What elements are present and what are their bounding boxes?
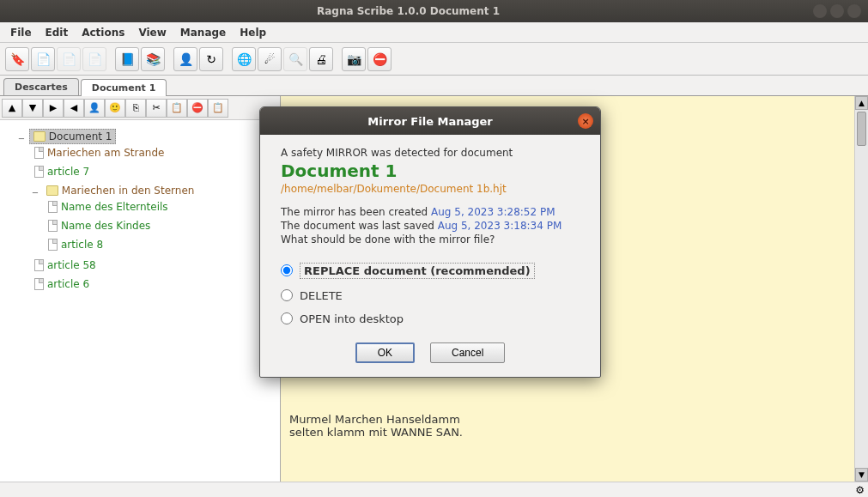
book-icon[interactable]: 📘 (115, 47, 139, 71)
dialog-close-icon[interactable]: × (578, 113, 593, 129)
scroll-thumb[interactable] (857, 112, 866, 146)
doc-icon (34, 147, 44, 159)
copy-icon[interactable]: ⎘ (125, 99, 146, 118)
nav-right-icon[interactable]: ▶ (43, 99, 64, 118)
dialog-buttons: OK Cancel (281, 342, 580, 363)
menu-actions[interactable]: Actions (75, 25, 131, 40)
ok-button[interactable]: OK (355, 342, 415, 363)
option-open[interactable]: OPEN into desktop (281, 307, 580, 330)
editor-content: Murmel Marchen Hanseldamm selten klamm m… (289, 413, 463, 439)
tab-document1[interactable]: Document 1 (81, 79, 167, 96)
mirror-dialog: Mirror File Manager × A safety MIRROR wa… (259, 106, 601, 378)
folder-icon (46, 185, 58, 196)
doc-icon (34, 259, 44, 271)
cut-icon[interactable]: ✂ (146, 99, 167, 118)
user-icon[interactable]: 👤 (173, 47, 197, 71)
menu-view[interactable]: View (131, 25, 173, 40)
dialog-titlebar: Mirror File Manager × (260, 107, 600, 135)
doc-icon (34, 166, 44, 178)
person-icon[interactable]: 👤 (84, 99, 105, 118)
note-icon[interactable]: 📄 (31, 47, 55, 71)
option-delete[interactable]: DELETE (281, 284, 580, 307)
stop-icon[interactable]: ⛔ (367, 47, 392, 71)
sidebar-toolbar: ▲ ▼ ▶ ◀ 👤 🙂 ⎘ ✂ 📋 ⛔ 📋 (0, 96, 280, 120)
window-titlebar: Ragna Scribe 1.0.0 Document 1 (0, 0, 868, 22)
tree-item[interactable]: Name des Elternteils (45, 200, 172, 214)
document-tree[interactable]: − Document 1 Mariechen am Strande articl… (0, 120, 280, 482)
books-icon[interactable]: 📚 (141, 47, 165, 71)
menu-help[interactable]: Help (233, 25, 273, 40)
gear-icon[interactable]: ⚙ (855, 484, 865, 496)
dialog-body: A safety MIRROR was detected for documen… (260, 135, 600, 377)
meteor-icon[interactable]: ☄ (258, 47, 282, 71)
saved-timestamp: Aug 5, 2023 3:18:34 PM (438, 220, 562, 232)
menu-edit[interactable]: Edit (39, 25, 76, 40)
window-title: Ragna Scribe 1.0.0 Document 1 (7, 5, 810, 17)
scroll-up-icon[interactable]: ▲ (855, 96, 868, 110)
maximize-icon[interactable] (830, 4, 844, 18)
minimize-icon[interactable] (813, 4, 827, 18)
dialog-docname: Document 1 (281, 161, 580, 181)
camera-icon[interactable]: 📷 (342, 47, 366, 71)
nav-left-icon[interactable]: ◀ (64, 99, 84, 118)
search-icon: 🔍 (283, 47, 307, 71)
menu-manage[interactable]: Manage (173, 25, 233, 40)
doc-icon (48, 201, 58, 213)
created-timestamp: Aug 5, 2023 3:28:52 PM (431, 206, 555, 218)
print-icon[interactable]: 🖨 (309, 47, 333, 71)
vertical-scrollbar[interactable]: ▲ ▼ (854, 96, 868, 482)
extra-icon[interactable]: 📋 (208, 99, 228, 118)
dialog-intro: A safety MIRROR was detected for documen… (281, 147, 580, 159)
dialog-path: /home/melbar/Dokumente/Document 1b.hjt (281, 183, 580, 195)
doc-icon (48, 239, 58, 251)
menubar: File Edit Actions View Manage Help (0, 22, 868, 43)
stop2-icon[interactable]: ⛔ (187, 99, 208, 118)
note3-icon: 📄 (82, 47, 106, 71)
radio-open[interactable] (281, 312, 293, 324)
statusbar: ⚙ (0, 482, 868, 497)
refresh-icon[interactable]: ↻ (199, 47, 223, 71)
tree-item[interactable]: Mariechen in den Sternen (43, 184, 198, 197)
tree-item[interactable]: article 58 (31, 258, 100, 272)
smile-icon[interactable]: 🙂 (105, 99, 125, 118)
tree-toggle[interactable]: − (17, 134, 26, 143)
sidebar: ▲ ▼ ▶ ◀ 👤 🙂 ⎘ ✂ 📋 ⛔ 📋 − Document 1 (0, 96, 281, 482)
bookmark-icon[interactable]: 🔖 (5, 47, 29, 71)
tree-item[interactable]: Mariechen am Strande (31, 146, 167, 160)
tree-item[interactable]: article 6 (31, 277, 93, 291)
doc-icon (48, 220, 58, 232)
close-window-icon[interactable] (847, 4, 861, 18)
tree-item[interactable]: article 7 (31, 165, 93, 179)
scroll-down-icon[interactable]: ▼ (855, 468, 868, 482)
document-tabs: Descartes Document 1 (0, 76, 868, 96)
folder-icon (33, 131, 46, 142)
dialog-info: The mirror has been created Aug 5, 2023 … (281, 205, 580, 247)
tree-item[interactable]: article 8 (45, 238, 106, 252)
nav-up-icon[interactable]: ▲ (2, 99, 22, 118)
tree-toggle[interactable]: − (31, 188, 39, 197)
tab-descartes[interactable]: Descartes (3, 78, 79, 95)
paste-icon[interactable]: 📋 (167, 99, 187, 118)
globe-icon[interactable]: 🌐 (232, 47, 256, 71)
doc-icon (34, 278, 44, 290)
menu-file[interactable]: File (3, 25, 39, 40)
nav-down-icon[interactable]: ▼ (22, 99, 43, 118)
tree-root[interactable]: Document 1 (29, 129, 117, 144)
option-replace[interactable]: REPLACE document (recommended) (281, 258, 580, 284)
dialog-title: Mirror File Manager (367, 115, 493, 128)
note2-icon: 📄 (57, 47, 81, 71)
radio-delete[interactable] (281, 289, 293, 301)
cancel-button[interactable]: Cancel (430, 342, 505, 363)
main-toolbar: 🔖 📄 📄 📄 📘 📚 👤 ↻ 🌐 ☄ 🔍 🖨 📷 ⛔ (0, 43, 868, 76)
radio-replace[interactable] (281, 264, 293, 276)
tree-item[interactable]: Name des Kindes (45, 219, 154, 233)
